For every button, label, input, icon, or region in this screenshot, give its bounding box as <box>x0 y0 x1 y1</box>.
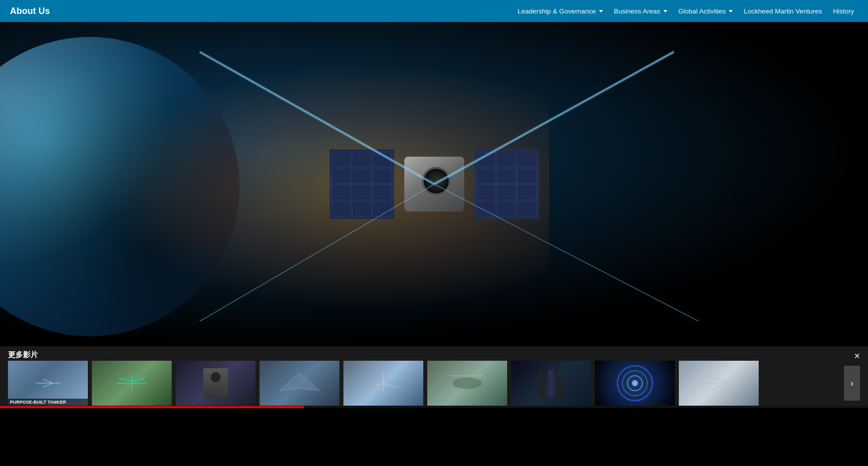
navbar: About Us Leadership & Governance Busines… <box>0 0 868 22</box>
thumbnail-4[interactable] <box>260 361 339 406</box>
thumb-helicopter-icon <box>447 371 487 396</box>
next-button[interactable]: › <box>844 366 860 401</box>
nav-links: Leadership & Governance Business Areas G… <box>514 5 858 17</box>
thumbnail-9[interactable] <box>679 361 759 406</box>
thumbnail-8[interactable] <box>595 361 675 406</box>
thumb-stealth-icon <box>275 371 324 396</box>
thumb-tanker-icon <box>694 371 744 396</box>
thumb-overlay-5 <box>343 361 423 406</box>
thumb-overlay-9 <box>679 361 759 406</box>
nav-leadership[interactable]: Leadership & Governance <box>514 5 607 17</box>
nav-ventures[interactable]: Lockheed Martin Ventures <box>740 5 826 17</box>
brand-link[interactable]: About Us <box>10 6 50 16</box>
thumbnail-1[interactable]: PURPOSE-BUILT TANKER <box>8 361 88 406</box>
nav-business[interactable]: Business Areas <box>610 5 671 17</box>
chevron-icon <box>729 10 733 12</box>
satellite-panel-right <box>474 149 539 219</box>
thumbnail-7[interactable] <box>511 361 591 406</box>
thumb-overlay-2 <box>92 361 172 406</box>
satellite-panel-left <box>329 149 394 219</box>
video-panel: 更多影片 × PURPOSE-BUILT TANKER <box>0 346 868 406</box>
nav-global[interactable]: Global Activities <box>674 5 737 17</box>
thumb-overlay-7 <box>511 361 591 406</box>
thumbnail-3[interactable] <box>176 361 256 406</box>
close-button[interactable]: × <box>854 350 860 362</box>
thumb-drone-icon <box>112 373 152 393</box>
chevron-icon <box>663 10 667 12</box>
svg-point-7 <box>452 377 482 389</box>
progress-fill <box>0 406 304 408</box>
thumbnail-2[interactable] <box>92 361 172 406</box>
thumb-label-1: PURPOSE-BUILT TANKER <box>8 399 88 406</box>
chevron-icon <box>599 10 603 12</box>
thumb-aircraft-icon <box>33 378 63 388</box>
thumb-overlay-3 <box>176 361 256 406</box>
thumbnail-5[interactable] <box>343 361 423 406</box>
thumb-fighter-icon <box>358 371 408 396</box>
thumb-overlay-4 <box>260 361 339 406</box>
main-video <box>0 22 868 346</box>
progress-bar-area <box>0 406 868 408</box>
panel-header: 更多影片 <box>8 350 38 360</box>
thumb-overlay-8 <box>595 361 675 406</box>
thumb-overlay-6 <box>427 361 507 406</box>
svg-point-12 <box>632 380 638 386</box>
thumbnails-container: PURPOSE-BUILT TANKER <box>8 361 840 406</box>
satellite-graphic <box>329 124 539 244</box>
video-background <box>0 22 868 346</box>
thumb-portal-icon <box>615 363 655 403</box>
nav-history[interactable]: History <box>829 5 858 17</box>
thumbnail-6[interactable] <box>427 361 507 406</box>
satellite-body <box>404 157 464 212</box>
